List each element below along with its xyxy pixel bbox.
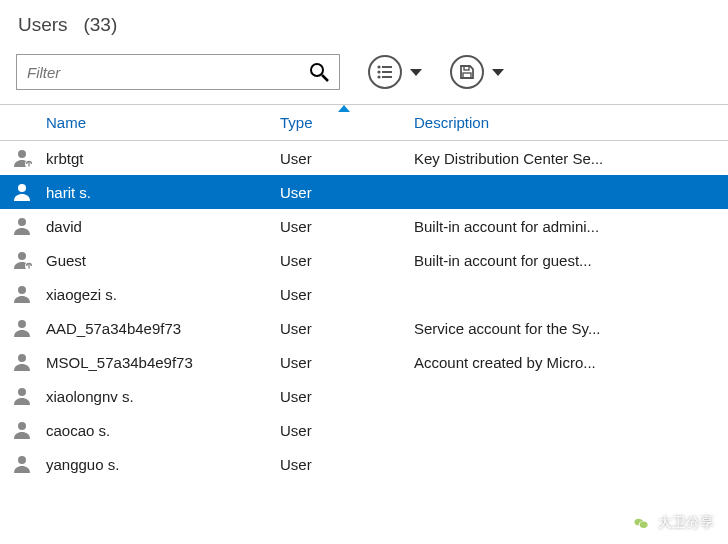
svg-point-15	[18, 252, 26, 260]
table-row[interactable]: harit s.User	[0, 175, 728, 209]
column-header-type-label: Type	[280, 114, 313, 131]
svg-rect-3	[382, 66, 392, 68]
table-row[interactable]: caocao s.User	[0, 413, 728, 447]
user-type: User	[280, 456, 414, 473]
user-name: david	[46, 218, 280, 235]
svg-point-23	[18, 456, 26, 464]
column-header-type[interactable]: Type	[280, 114, 414, 131]
list-icon	[368, 55, 402, 89]
user-type: User	[280, 184, 414, 201]
user-icon	[10, 318, 46, 338]
table-body: krbtgtUserKey Distribution Center Se... …	[0, 141, 728, 481]
svg-point-21	[18, 388, 26, 396]
svg-point-18	[18, 286, 26, 294]
user-name: Guest	[46, 252, 280, 269]
user-icon	[10, 454, 46, 474]
svg-point-22	[18, 422, 26, 430]
filter-input[interactable]	[27, 64, 309, 81]
user-type: User	[280, 150, 414, 167]
user-type: User	[280, 218, 414, 235]
toolbar	[0, 48, 728, 105]
user-icon	[10, 148, 46, 168]
user-type: User	[280, 354, 414, 371]
svg-point-0	[311, 64, 323, 76]
table-row[interactable]: xiaolongnv s.User	[0, 379, 728, 413]
user-icon	[10, 250, 46, 270]
page-header: Users (33)	[0, 0, 728, 48]
page-title: Users	[18, 14, 68, 35]
table-row[interactable]: AAD_57a34b4e9f73UserService account for …	[0, 311, 728, 345]
table-row[interactable]: krbtgtUserKey Distribution Center Se...	[0, 141, 728, 175]
search-icon[interactable]	[309, 62, 329, 82]
svg-point-24	[640, 522, 648, 528]
tasks-menu-button[interactable]	[368, 55, 422, 89]
user-type: User	[280, 252, 414, 269]
svg-point-2	[377, 65, 380, 68]
svg-point-6	[377, 75, 380, 78]
svg-point-4	[377, 70, 380, 73]
user-count: (33)	[83, 14, 117, 35]
user-description: Built-in account for admini...	[414, 218, 728, 235]
user-description: Account created by Micro...	[414, 354, 728, 371]
user-name: xiaogezi s.	[46, 286, 280, 303]
watermark-text: 大卫分享	[658, 514, 714, 532]
user-name: MSOL_57a34b4e9f73	[46, 354, 280, 371]
table-row[interactable]: xiaogezi s.User	[0, 277, 728, 311]
user-name: AAD_57a34b4e9f73	[46, 320, 280, 337]
user-name: krbtgt	[46, 150, 280, 167]
user-type: User	[280, 422, 414, 439]
user-icon	[10, 284, 46, 304]
table-row[interactable]: GuestUserBuilt-in account for guest...	[0, 243, 728, 277]
table-header: Name Type Description	[0, 105, 728, 141]
table-row[interactable]: davidUserBuilt-in account for admini...	[0, 209, 728, 243]
sort-ascending-icon	[338, 105, 350, 112]
svg-point-13	[18, 184, 26, 192]
user-type: User	[280, 286, 414, 303]
table-row[interactable]: MSOL_57a34b4e9f73UserAccount created by …	[0, 345, 728, 379]
user-icon	[10, 182, 46, 202]
user-icon	[10, 420, 46, 440]
user-icon	[10, 386, 46, 406]
user-name: harit s.	[46, 184, 280, 201]
column-header-description[interactable]: Description	[414, 114, 728, 131]
user-description: Built-in account for guest...	[414, 252, 728, 269]
user-name: yangguo s.	[46, 456, 280, 473]
user-name: caocao s.	[46, 422, 280, 439]
user-type: User	[280, 388, 414, 405]
svg-rect-8	[464, 66, 469, 70]
svg-rect-5	[382, 71, 392, 73]
chevron-down-icon	[492, 69, 504, 76]
svg-point-14	[18, 218, 26, 226]
svg-point-10	[18, 150, 26, 158]
user-icon	[10, 216, 46, 236]
user-type: User	[280, 320, 414, 337]
chevron-down-icon	[410, 69, 422, 76]
user-description: Service account for the Sy...	[414, 320, 728, 337]
svg-point-19	[18, 320, 26, 328]
user-name: xiaolongnv s.	[46, 388, 280, 405]
user-icon	[10, 352, 46, 372]
wechat-icon	[630, 512, 652, 534]
column-header-name[interactable]: Name	[46, 114, 280, 131]
svg-rect-7	[382, 76, 392, 78]
svg-line-1	[322, 75, 328, 81]
watermark: 大卫分享	[630, 512, 714, 534]
user-description: Key Distribution Center Se...	[414, 150, 728, 167]
save-menu-button[interactable]	[450, 55, 504, 89]
save-icon	[450, 55, 484, 89]
filter-box[interactable]	[16, 54, 340, 90]
table-row[interactable]: yangguo s.User	[0, 447, 728, 481]
users-table: Name Type Description krbtgtUserKey Dist…	[0, 105, 728, 481]
svg-point-20	[18, 354, 26, 362]
